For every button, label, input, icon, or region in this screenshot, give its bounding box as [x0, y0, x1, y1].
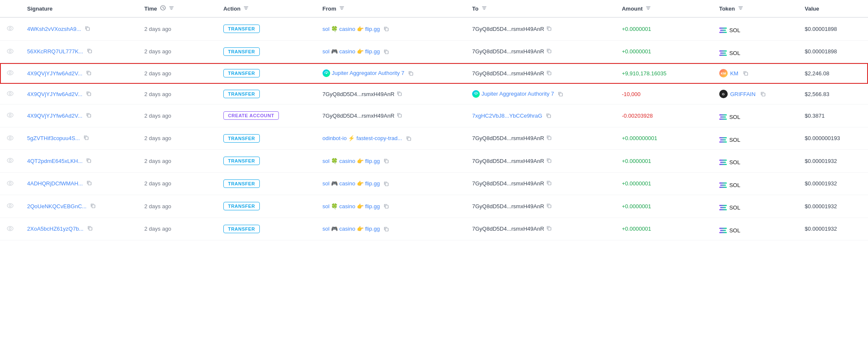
- copy-icon[interactable]: [743, 71, 748, 76]
- svg-point-6: [7, 49, 13, 53]
- from-address[interactable]: Jupiter Aggregator Authority 7: [332, 70, 404, 76]
- to-filter-icon[interactable]: [482, 6, 487, 11]
- signature-link[interactable]: 4ADHQRjDCfWMAH...: [27, 180, 83, 187]
- amount-value: +0.0000001: [622, 26, 651, 32]
- copy-icon[interactable]: [384, 26, 389, 31]
- value-cell: $0.00001932: [798, 172, 868, 195]
- signature-link[interactable]: 4QT2pdmE645xLKH...: [27, 158, 83, 164]
- from-address[interactable]: sol 🎮 casino 👉 flip.gg: [323, 48, 389, 55]
- eye-icon[interactable]: [7, 225, 14, 232]
- to-address[interactable]: 7xgHC2VbJ8...YbCCe9hraG: [472, 113, 551, 119]
- from-address[interactable]: odinbot-io ⚡ fastest-copy-trad...: [323, 135, 411, 141]
- action-badge: TRANSFER: [223, 25, 260, 33]
- value-cell: $2,246.08: [798, 63, 868, 84]
- signature-link[interactable]: 4X9QVjYJYfw6Ad2V...: [27, 70, 82, 77]
- copy-icon[interactable]: [86, 70, 91, 75]
- signature-link[interactable]: 4X9QVjYJYfw6Ad2V...: [27, 113, 82, 119]
- copy-icon[interactable]: [384, 158, 389, 163]
- copy-icon[interactable]: [406, 136, 411, 141]
- from-address: 7GyQ8dD5D4...rsmxH49AnR: [323, 91, 402, 97]
- from-jupiter-link[interactable]: Jupiter Aggregator Authority 7: [323, 69, 413, 77]
- copy-icon[interactable]: [384, 226, 389, 232]
- signature-cell: 56XKcRRQ7UL777K...: [20, 40, 137, 63]
- action-badge: TRANSFER: [223, 202, 260, 210]
- token-name-link[interactable]: KM: [730, 70, 739, 77]
- copy-icon[interactable]: [86, 91, 91, 96]
- to-address[interactable]: Jupiter Aggregator Authority 7: [481, 91, 554, 97]
- action-badge: TRANSFER: [223, 225, 260, 233]
- copy-icon[interactable]: [546, 203, 551, 208]
- svg-point-28: [9, 114, 11, 116]
- eye-icon[interactable]: [7, 180, 14, 187]
- from-filter-icon[interactable]: [339, 6, 344, 11]
- copy-icon[interactable]: [87, 48, 92, 53]
- eye-icon[interactable]: [7, 48, 14, 55]
- value-cell: $0.3871: [798, 105, 868, 127]
- signature-link[interactable]: 5gZVTHif3copuu4S...: [27, 135, 80, 141]
- copy-icon[interactable]: [546, 70, 551, 75]
- value-cell: $0.000000193: [798, 127, 868, 150]
- eye-icon[interactable]: [7, 135, 14, 142]
- signature-link[interactable]: 4WKsh2vVXozshA9...: [27, 26, 81, 32]
- token-cell-wrapper: SOL: [712, 218, 798, 240]
- value-cell: $0.00001932: [798, 150, 868, 173]
- signature-link[interactable]: 56XKcRRQ7UL777K...: [27, 48, 83, 55]
- value-cell: $2,566.83: [798, 84, 868, 105]
- copy-icon[interactable]: [546, 180, 551, 185]
- action-filter-icon[interactable]: [244, 6, 248, 11]
- time-cell: 2 days ago: [137, 195, 216, 218]
- token-name-link[interactable]: GRIFFAIN: [730, 91, 756, 97]
- copy-icon[interactable]: [546, 113, 551, 118]
- svg-rect-10: [548, 50, 551, 53]
- clock-icon[interactable]: [160, 5, 166, 11]
- copy-icon[interactable]: [384, 204, 389, 209]
- token-cell: SOL: [719, 27, 740, 34]
- copy-icon[interactable]: [397, 113, 402, 118]
- copy-icon[interactable]: [546, 48, 551, 53]
- eye-icon[interactable]: [7, 69, 14, 77]
- eye-icon[interactable]: [7, 157, 14, 164]
- copy-icon[interactable]: [85, 26, 90, 31]
- from-address[interactable]: sol 🍀 casino 👉 flip.gg: [323, 158, 389, 164]
- copy-icon[interactable]: [384, 181, 389, 186]
- value-cell: $0.00001898: [798, 17, 868, 40]
- to-label: 7xgHC2VbJ8...YbCCe9hraG: [472, 113, 542, 119]
- amount-cell: +0.000000001: [615, 127, 712, 150]
- action-badge: TRANSFER: [223, 157, 260, 165]
- copy-icon[interactable]: [408, 71, 413, 76]
- token-cell: SOL: [719, 113, 740, 121]
- signature-link[interactable]: 2XoA5bcHZ61yzQ7b...: [27, 226, 83, 232]
- copy-icon[interactable]: [83, 135, 89, 140]
- signature-link[interactable]: 4X9QVjYJYfw6Ad2V...: [27, 91, 82, 97]
- copy-icon[interactable]: [558, 91, 563, 96]
- copy-icon[interactable]: [86, 180, 92, 185]
- copy-icon[interactable]: [86, 113, 91, 118]
- copy-icon[interactable]: [86, 158, 91, 163]
- visibility-cell: [0, 172, 20, 195]
- copy-icon[interactable]: [760, 91, 765, 96]
- eye-icon[interactable]: [7, 90, 14, 97]
- copy-icon[interactable]: [397, 91, 402, 96]
- eye-icon[interactable]: [7, 202, 14, 209]
- copy-icon[interactable]: [546, 26, 551, 31]
- from-address[interactable]: sol 🍀 casino 👉 flip.gg: [323, 26, 389, 32]
- svg-rect-25: [559, 93, 562, 96]
- from-address[interactable]: sol 🍀 casino 👉 flip.gg: [323, 203, 389, 209]
- copy-icon[interactable]: [546, 135, 551, 140]
- transactions-table-container: Signature Time Action: [0, 0, 868, 240]
- signature-link[interactable]: 2QoUeNKQCvEBGnC...: [27, 203, 86, 209]
- table-body: 4WKsh2vVXozshA9... 2 days ago TRANSFER s…: [0, 17, 868, 240]
- copy-icon[interactable]: [90, 203, 95, 208]
- copy-icon[interactable]: [546, 158, 551, 163]
- amount-filter-icon[interactable]: [646, 6, 651, 11]
- to-jupiter-link[interactable]: Jupiter Aggregator Authority 7: [472, 90, 563, 98]
- time-filter-icon[interactable]: [169, 6, 174, 11]
- from-address[interactable]: sol 🎮 casino 👉 flip.gg: [323, 226, 389, 232]
- token-filter-icon[interactable]: [738, 6, 743, 11]
- eye-icon[interactable]: [7, 112, 14, 119]
- from-address[interactable]: sol 🎮 casino 👉 flip.gg: [323, 180, 389, 187]
- copy-icon[interactable]: [87, 226, 92, 231]
- eye-icon[interactable]: [7, 25, 14, 32]
- copy-icon[interactable]: [384, 49, 389, 54]
- copy-icon[interactable]: [546, 226, 551, 231]
